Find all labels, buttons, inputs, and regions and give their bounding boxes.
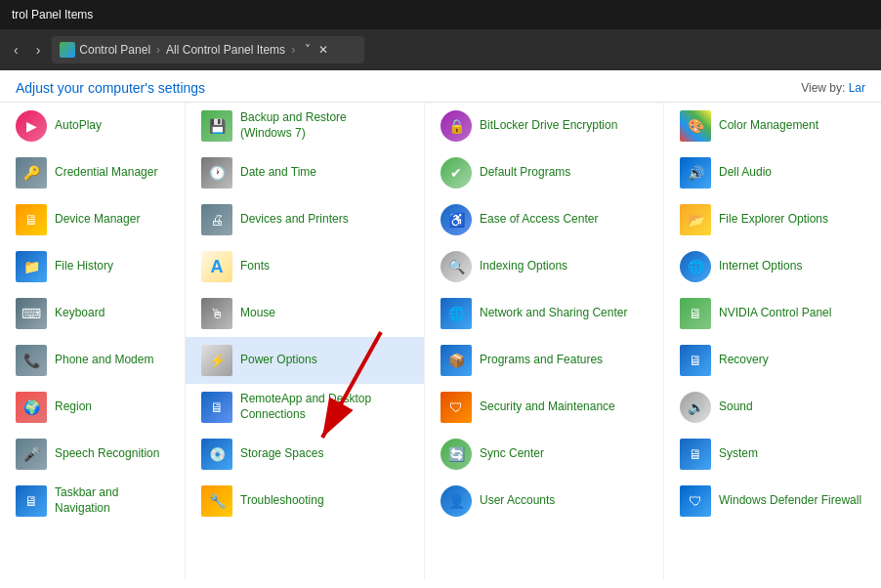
troubleshoot-label: Troubleshooting xyxy=(240,493,324,509)
item-windefend[interactable]: 🛡 Windows Defender Firewall xyxy=(664,478,879,525)
control-panel-icon xyxy=(60,42,75,58)
item-filehistory[interactable]: 📁 File History xyxy=(0,243,185,290)
backup-icon: 💾 xyxy=(201,110,232,142)
item-troubleshoot[interactable]: 🔧 Troubleshooting xyxy=(186,478,424,525)
item-power[interactable]: ⚡ Power Options xyxy=(186,337,424,384)
forward-button[interactable]: › xyxy=(30,38,47,62)
address-dropdown[interactable]: ˅ xyxy=(305,43,311,57)
default-label: Default Programs xyxy=(480,165,570,181)
subheader: Adjust your computer's settings View by:… xyxy=(0,70,881,103)
devmanager-icon: 🖥 xyxy=(16,204,47,235)
devmanager-label: Device Manager xyxy=(55,212,140,228)
dell-icon: 🔊 xyxy=(680,157,711,189)
network-label: Network and Sharing Center xyxy=(480,306,627,321)
autoplay-icon: ▶ xyxy=(16,110,47,142)
item-sound[interactable]: 🔊 Sound xyxy=(664,384,879,431)
item-security[interactable]: 🛡 Security and Maintenance xyxy=(425,384,663,431)
default-icon: ✔ xyxy=(440,157,472,189)
item-backup[interactable]: 💾 Backup and Restore(Windows 7) xyxy=(186,103,424,149)
indexing-label: Indexing Options xyxy=(480,259,567,274)
view-by: View by: Lar xyxy=(801,81,865,95)
dell-label: Dell Audio xyxy=(719,165,772,181)
mouse-icon: 🖱 xyxy=(201,298,232,329)
system-label: System xyxy=(719,446,758,462)
item-color[interactable]: 🎨 Color Management xyxy=(664,103,879,149)
storage-icon: 💿 xyxy=(201,439,232,470)
item-speech[interactable]: 🎤 Speech Recognition xyxy=(0,431,185,478)
item-programs[interactable]: 📦 Programs and Features xyxy=(425,337,663,384)
taskbar-label: Taskbar and Navigation xyxy=(55,485,175,516)
security-icon: 🛡 xyxy=(440,392,472,423)
power-icon: ⚡ xyxy=(201,345,232,376)
back-button[interactable]: ‹ xyxy=(8,38,24,62)
item-credential[interactable]: 🔑 Credential Manager xyxy=(0,149,185,196)
item-default[interactable]: ✔ Default Programs xyxy=(425,149,663,196)
path-separator-1: › xyxy=(156,43,160,57)
recovery-icon: 🖥 xyxy=(680,345,711,376)
item-user[interactable]: 👤 User Accounts xyxy=(425,478,663,525)
system-icon: 🖥 xyxy=(680,439,711,470)
address-bar: ‹ › Control Panel › All Control Panel It… xyxy=(0,29,881,70)
item-taskbar[interactable]: 🖥 Taskbar and Navigation xyxy=(0,478,185,525)
remoteapp-icon: 🖥 xyxy=(201,392,232,423)
item-dell[interactable]: 🔊 Dell Audio xyxy=(664,149,879,196)
item-recovery[interactable]: 🖥 Recovery xyxy=(664,337,879,384)
user-label: User Accounts xyxy=(480,493,555,509)
item-storage[interactable]: 💿 Storage Spaces xyxy=(186,431,424,478)
region-label: Region xyxy=(55,399,92,415)
item-devprinters[interactable]: 🖨 Devices and Printers xyxy=(186,196,424,243)
filehistory-label: File History xyxy=(55,259,113,274)
item-nvidia[interactable]: 🖥 NVIDIA Control Panel xyxy=(664,290,879,337)
item-sync[interactable]: 🔄 Sync Center xyxy=(425,431,663,478)
view-by-value[interactable]: Lar xyxy=(849,81,865,95)
item-ease[interactable]: ♿ Ease of Access Center xyxy=(425,196,663,243)
page-wrapper: trol Panel Items ‹ › Control Panel › All… xyxy=(0,0,881,588)
backup-label: Backup and Restore(Windows 7) xyxy=(240,110,347,141)
item-mouse[interactable]: 🖱 Mouse xyxy=(186,290,424,337)
phone-label: Phone and Modem xyxy=(55,353,153,368)
col-3: 🔒 BitLocker Drive Encryption ✔ Default P… xyxy=(425,103,664,579)
remoteapp-label: RemoteApp and Desktop Connections xyxy=(240,392,414,422)
sync-icon: 🔄 xyxy=(440,439,472,470)
devprinters-label: Devices and Printers xyxy=(240,212,349,228)
item-bitlocker[interactable]: 🔒 BitLocker Drive Encryption xyxy=(425,103,663,149)
credential-label: Credential Manager xyxy=(55,165,157,181)
color-icon: 🎨 xyxy=(680,110,711,142)
item-phone[interactable]: 📞 Phone and Modem xyxy=(0,337,185,384)
address-close[interactable]: ✕ xyxy=(318,43,328,57)
user-icon: 👤 xyxy=(440,485,472,517)
address-pill[interactable]: Control Panel › All Control Panel Items … xyxy=(52,36,364,63)
subheader-title: Adjust your computer's settings xyxy=(16,80,205,96)
item-network[interactable]: 🌐 Network and Sharing Center xyxy=(425,290,663,337)
windefend-label: Windows Defender Firewall xyxy=(719,493,861,509)
col-2: 💾 Backup and Restore(Windows 7) 🕐 Date a… xyxy=(186,103,425,579)
mouse-label: Mouse xyxy=(240,306,275,321)
item-fonts[interactable]: A Fonts xyxy=(186,243,424,290)
region-icon: 🌍 xyxy=(16,392,47,423)
programs-label: Programs and Features xyxy=(480,353,603,368)
phone-icon: 📞 xyxy=(16,345,47,376)
content-area: Adjust your computer's settings View by:… xyxy=(0,70,881,588)
fileexplorer-label: File Explorer Options xyxy=(719,212,828,228)
item-region[interactable]: 🌍 Region xyxy=(0,384,185,431)
troubleshoot-icon: 🔧 xyxy=(201,485,232,517)
windefend-icon: 🛡 xyxy=(680,485,711,517)
filehistory-icon: 📁 xyxy=(16,251,47,282)
sound-label: Sound xyxy=(719,399,753,415)
item-keyboard[interactable]: ⌨ Keyboard xyxy=(0,290,185,337)
item-indexing[interactable]: 🔍 Indexing Options xyxy=(425,243,663,290)
programs-icon: 📦 xyxy=(440,345,472,376)
ease-label: Ease of Access Center xyxy=(480,212,598,228)
nvidia-icon: 🖥 xyxy=(680,298,711,329)
internet-label: Internet Options xyxy=(719,259,802,274)
item-datetime[interactable]: 🕐 Date and Time xyxy=(186,149,424,196)
item-system[interactable]: 🖥 System xyxy=(664,431,879,478)
item-autoplay[interactable]: ▶ AutoPlay xyxy=(0,103,185,149)
fileexplorer-icon: 📂 xyxy=(680,204,711,235)
item-devmanager[interactable]: 🖥 Device Manager xyxy=(0,196,185,243)
credential-icon: 🔑 xyxy=(16,157,47,189)
item-fileexplorer[interactable]: 📂 File Explorer Options xyxy=(664,196,879,243)
items-grid: ▶ AutoPlay 🔑 Credential Manager 🖥 Device… xyxy=(0,103,881,579)
item-internet[interactable]: 🌐 Internet Options xyxy=(664,243,879,290)
item-remoteapp[interactable]: 🖥 RemoteApp and Desktop Connections xyxy=(186,384,424,431)
